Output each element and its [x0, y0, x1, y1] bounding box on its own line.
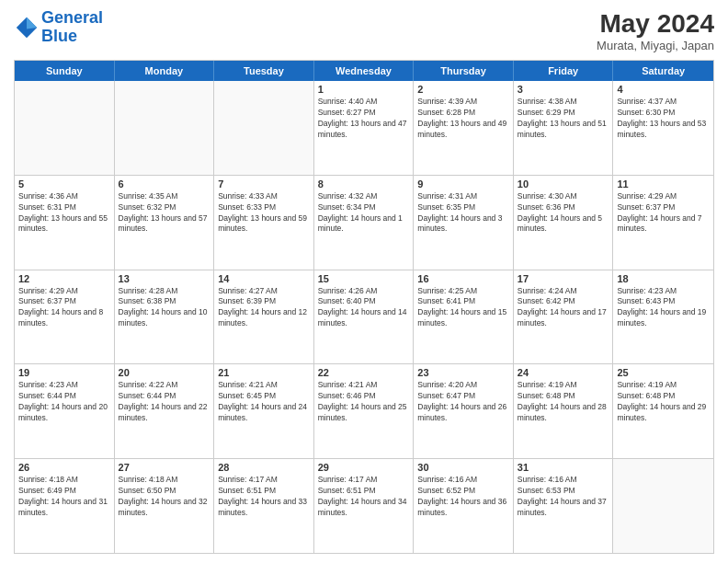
day-info: Sunrise: 4:39 AM Sunset: 6:28 PM Dayligh… — [417, 97, 509, 141]
day-info: Sunrise: 4:30 AM Sunset: 6:36 PM Dayligh… — [518, 191, 609, 236]
title-block: May 2024 Murata, Miyagi, Japan — [597, 9, 714, 52]
calendar-empty-cell — [613, 459, 713, 553]
day-number: 11 — [617, 178, 710, 190]
weekday-header: Monday — [115, 61, 215, 81]
day-number: 27 — [119, 462, 210, 473]
day-info: Sunrise: 4:35 AM Sunset: 6:32 PM Dayligh… — [119, 191, 210, 236]
calendar-row: 12Sunrise: 4:29 AM Sunset: 6:37 PM Dayli… — [15, 270, 713, 365]
day-info: Sunrise: 4:19 AM Sunset: 6:48 PM Dayligh… — [617, 380, 710, 424]
day-info: Sunrise: 4:37 AM Sunset: 6:30 PM Dayligh… — [617, 97, 710, 141]
day-number: 21 — [218, 367, 310, 378]
day-number: 23 — [417, 367, 509, 378]
day-number: 2 — [417, 84, 509, 95]
calendar-day-31: 31Sunrise: 4:16 AM Sunset: 6:53 PM Dayli… — [514, 459, 614, 553]
day-info: Sunrise: 4:17 AM Sunset: 6:51 PM Dayligh… — [218, 475, 310, 519]
day-number: 19 — [18, 367, 110, 378]
day-info: Sunrise: 4:18 AM Sunset: 6:49 PM Dayligh… — [18, 475, 110, 519]
logo-text: General Blue — [41, 9, 103, 46]
day-number: 31 — [518, 462, 609, 473]
logo-icon — [14, 15, 40, 40]
calendar-day-27: 27Sunrise: 4:18 AM Sunset: 6:50 PM Dayli… — [115, 459, 215, 553]
day-number: 5 — [18, 178, 110, 190]
day-number: 13 — [119, 273, 210, 284]
day-info: Sunrise: 4:31 AM Sunset: 6:35 PM Dayligh… — [417, 191, 509, 236]
calendar-day-4: 4Sunrise: 4:37 AM Sunset: 6:30 PM Daylig… — [613, 81, 713, 175]
day-number: 10 — [518, 178, 609, 190]
day-number: 26 — [18, 462, 110, 473]
header: General Blue May 2024 Murata, Miyagi, Ja… — [14, 9, 714, 52]
calendar-row: 19Sunrise: 4:23 AM Sunset: 6:44 PM Dayli… — [15, 364, 713, 459]
day-info: Sunrise: 4:26 AM Sunset: 6:40 PM Dayligh… — [318, 286, 410, 330]
day-number: 9 — [417, 178, 509, 190]
day-number: 1 — [318, 84, 410, 95]
day-info: Sunrise: 4:21 AM Sunset: 6:45 PM Dayligh… — [218, 380, 310, 424]
day-info: Sunrise: 4:29 AM Sunset: 6:37 PM Dayligh… — [18, 286, 110, 330]
calendar-day-17: 17Sunrise: 4:24 AM Sunset: 6:42 PM Dayli… — [514, 270, 614, 364]
calendar-day-30: 30Sunrise: 4:16 AM Sunset: 6:52 PM Dayli… — [414, 459, 514, 553]
logo-line1: General — [41, 8, 103, 27]
day-number: 6 — [119, 178, 210, 190]
calendar-day-15: 15Sunrise: 4:26 AM Sunset: 6:40 PM Dayli… — [314, 270, 415, 364]
weekday-header: Thursday — [414, 61, 514, 81]
calendar-row: 5Sunrise: 4:36 AM Sunset: 6:31 PM Daylig… — [15, 176, 713, 270]
weekday-header: Saturday — [613, 61, 713, 81]
calendar-empty-cell — [214, 81, 314, 175]
day-number: 15 — [318, 273, 410, 284]
day-number: 17 — [518, 273, 609, 284]
day-info: Sunrise: 4:24 AM Sunset: 6:42 PM Dayligh… — [518, 286, 609, 330]
logo-line2: Blue — [41, 27, 77, 45]
calendar-day-29: 29Sunrise: 4:17 AM Sunset: 6:51 PM Dayli… — [314, 459, 415, 553]
calendar-day-11: 11Sunrise: 4:29 AM Sunset: 6:37 PM Dayli… — [613, 176, 713, 270]
month-year: May 2024 — [597, 9, 714, 39]
calendar-day-18: 18Sunrise: 4:23 AM Sunset: 6:43 PM Dayli… — [613, 270, 713, 364]
calendar-day-28: 28Sunrise: 4:17 AM Sunset: 6:51 PM Dayli… — [214, 459, 314, 553]
day-info: Sunrise: 4:25 AM Sunset: 6:41 PM Dayligh… — [417, 286, 509, 330]
day-number: 4 — [617, 84, 710, 95]
calendar-day-25: 25Sunrise: 4:19 AM Sunset: 6:48 PM Dayli… — [613, 364, 713, 458]
calendar-day-2: 2Sunrise: 4:39 AM Sunset: 6:28 PM Daylig… — [414, 81, 514, 175]
day-number: 7 — [218, 178, 310, 190]
day-number: 20 — [119, 367, 210, 378]
calendar-day-20: 20Sunrise: 4:22 AM Sunset: 6:44 PM Dayli… — [115, 364, 215, 458]
calendar-day-22: 22Sunrise: 4:21 AM Sunset: 6:46 PM Dayli… — [314, 364, 415, 458]
day-info: Sunrise: 4:29 AM Sunset: 6:37 PM Dayligh… — [617, 191, 710, 236]
calendar-row: 26Sunrise: 4:18 AM Sunset: 6:49 PM Dayli… — [15, 459, 713, 553]
day-number: 12 — [18, 273, 110, 284]
weekday-header: Friday — [514, 61, 614, 81]
day-number: 18 — [617, 273, 710, 284]
logo: General Blue — [14, 9, 103, 46]
calendar-day-26: 26Sunrise: 4:18 AM Sunset: 6:49 PM Dayli… — [15, 459, 115, 553]
day-info: Sunrise: 4:36 AM Sunset: 6:31 PM Dayligh… — [18, 191, 110, 236]
day-number: 24 — [518, 367, 609, 378]
calendar-day-12: 12Sunrise: 4:29 AM Sunset: 6:37 PM Dayli… — [15, 270, 115, 364]
calendar-day-21: 21Sunrise: 4:21 AM Sunset: 6:45 PM Dayli… — [214, 364, 314, 458]
page: General Blue May 2024 Murata, Miyagi, Ja… — [0, 0, 728, 563]
calendar-day-7: 7Sunrise: 4:33 AM Sunset: 6:33 PM Daylig… — [214, 176, 314, 270]
location: Murata, Miyagi, Japan — [597, 39, 714, 52]
calendar-day-10: 10Sunrise: 4:30 AM Sunset: 6:36 PM Dayli… — [514, 176, 614, 270]
calendar-empty-cell — [15, 81, 115, 175]
svg-marker-1 — [27, 17, 37, 29]
calendar-day-19: 19Sunrise: 4:23 AM Sunset: 6:44 PM Dayli… — [15, 364, 115, 458]
day-number: 25 — [617, 367, 710, 378]
weekday-header: Wednesday — [314, 61, 415, 81]
calendar-day-14: 14Sunrise: 4:27 AM Sunset: 6:39 PM Dayli… — [214, 270, 314, 364]
day-info: Sunrise: 4:40 AM Sunset: 6:27 PM Dayligh… — [318, 97, 410, 141]
day-number: 30 — [417, 462, 509, 473]
calendar-day-3: 3Sunrise: 4:38 AM Sunset: 6:29 PM Daylig… — [514, 81, 614, 175]
weekday-header: Sunday — [15, 61, 115, 81]
weekday-header: Tuesday — [214, 61, 314, 81]
calendar-day-6: 6Sunrise: 4:35 AM Sunset: 6:32 PM Daylig… — [115, 176, 215, 270]
calendar-day-8: 8Sunrise: 4:32 AM Sunset: 6:34 PM Daylig… — [314, 176, 415, 270]
day-info: Sunrise: 4:33 AM Sunset: 6:33 PM Dayligh… — [218, 191, 310, 236]
day-info: Sunrise: 4:38 AM Sunset: 6:29 PM Dayligh… — [518, 97, 609, 141]
day-info: Sunrise: 4:22 AM Sunset: 6:44 PM Dayligh… — [119, 380, 210, 424]
calendar-day-23: 23Sunrise: 4:20 AM Sunset: 6:47 PM Dayli… — [414, 364, 514, 458]
calendar: SundayMondayTuesdayWednesdayThursdayFrid… — [14, 60, 714, 554]
day-number: 16 — [417, 273, 509, 284]
day-info: Sunrise: 4:17 AM Sunset: 6:51 PM Dayligh… — [318, 475, 410, 519]
day-number: 29 — [318, 462, 410, 473]
day-info: Sunrise: 4:19 AM Sunset: 6:48 PM Dayligh… — [518, 380, 609, 424]
day-info: Sunrise: 4:23 AM Sunset: 6:44 PM Dayligh… — [18, 380, 110, 424]
day-number: 22 — [318, 367, 410, 378]
